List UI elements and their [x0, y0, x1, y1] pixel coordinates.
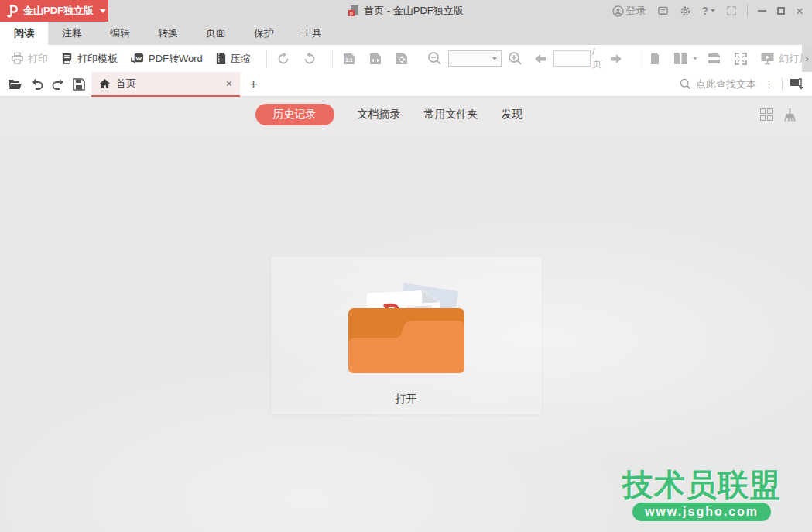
- print-button[interactable]: 打印: [11, 52, 48, 66]
- actual-size-button[interactable]: 1:1: [342, 52, 356, 66]
- folder-front: [348, 317, 464, 373]
- pdf-to-word-button[interactable]: W PDF转Word: [130, 52, 203, 66]
- watermark-title: 技术员联盟: [622, 469, 781, 500]
- login-person-icon: [612, 5, 624, 17]
- compress-button[interactable]: 压缩: [215, 52, 251, 66]
- tab-frequent-folders[interactable]: 常用文件夹: [424, 108, 478, 122]
- close-button[interactable]: ×: [792, 2, 807, 20]
- print-label: 打印: [28, 52, 48, 66]
- continuous-scroll-button[interactable]: [707, 53, 721, 64]
- full-screen-icon: [734, 52, 748, 66]
- svg-text:1:1: 1:1: [345, 57, 353, 63]
- print-template-icon: [60, 52, 74, 65]
- ribbon-tab-protect[interactable]: 保护: [240, 22, 288, 45]
- zoom-in-button[interactable]: [508, 51, 522, 66]
- home-main-area: 打开 技术员联盟 www.jsgho.com: [0, 132, 812, 532]
- home-tab-label: 首页: [116, 77, 221, 91]
- toolbar-divider: [266, 50, 267, 68]
- watermark: 技术员联盟 www.jsgho.com: [622, 469, 781, 521]
- minimize-button[interactable]: [754, 2, 770, 20]
- zoom-level-combobox[interactable]: [448, 50, 502, 67]
- tab-discover[interactable]: 发现: [502, 108, 523, 122]
- single-page-icon: [649, 52, 661, 65]
- fit-width-button[interactable]: [368, 52, 382, 66]
- tab-document-excerpts[interactable]: 文档摘录: [358, 108, 401, 122]
- document-icon: p: [348, 5, 359, 17]
- login-button[interactable]: 登录: [608, 2, 650, 20]
- titlebar: 金山PDF独立版 p 首页 - 金山PDF独立版: [0, 0, 812, 22]
- rotate-left-button[interactable]: [276, 52, 290, 66]
- app-menu-button[interactable]: 金山PDF独立版: [0, 0, 108, 22]
- ribbon-tab-read[interactable]: 阅读: [0, 22, 48, 45]
- titlebar-divider: [747, 5, 748, 17]
- undo-button[interactable]: [31, 78, 43, 90]
- close-tab-icon[interactable]: ×: [226, 77, 232, 90]
- clear-history-broom-icon[interactable]: [783, 108, 797, 122]
- page-number-input[interactable]: [553, 50, 591, 67]
- full-screen-button[interactable]: [734, 52, 748, 66]
- printer-icon: [11, 52, 24, 65]
- facing-pages-button[interactable]: [673, 52, 697, 65]
- compress-label: 压缩: [231, 52, 251, 66]
- view-mode-button[interactable]: [789, 78, 804, 90]
- tabbar-right-controls: 点此查找文本 ⋮: [680, 77, 812, 91]
- feedback-button[interactable]: [653, 2, 673, 20]
- maximize-button[interactable]: [773, 2, 789, 20]
- app-logo-icon: [6, 4, 19, 18]
- settings-button[interactable]: [676, 2, 695, 20]
- fullscreen-button[interactable]: [722, 2, 741, 20]
- chevron-down-icon: [100, 9, 106, 13]
- prev-page-button[interactable]: [533, 53, 547, 65]
- next-page-icon: [609, 53, 623, 65]
- quick-access-icons: [0, 78, 91, 91]
- document-tab-bar: 首页 × + 点此查找文本 ⋮: [0, 72, 812, 97]
- titlebar-controls: 登录: [608, 0, 808, 22]
- save-button[interactable]: [73, 78, 85, 91]
- continuous-scroll-icon: [707, 53, 721, 64]
- prev-page-icon: [533, 53, 547, 65]
- svg-text:W: W: [136, 55, 142, 62]
- home-section-tabs: 历史记录 文档摘录 常用文件夹 发现: [255, 104, 523, 125]
- tab-history[interactable]: 历史记录: [255, 104, 334, 125]
- app-window: 金山PDF独立版 p 首页 - 金山PDF独立版: [0, 0, 812, 532]
- redo-button[interactable]: [52, 78, 64, 90]
- home-tab[interactable]: 首页 ×: [91, 72, 240, 97]
- chevron-down-icon: [492, 57, 497, 60]
- home-content-header: 历史记录 文档摘录 常用文件夹 发现: [0, 97, 812, 132]
- single-page-button[interactable]: [649, 52, 661, 65]
- open-file-button[interactable]: [8, 78, 22, 90]
- ribbon-tab-convert[interactable]: 转换: [144, 22, 192, 45]
- find-text-field[interactable]: 点此查找文本: [680, 77, 756, 91]
- new-tab-button[interactable]: +: [249, 77, 258, 91]
- toolbar-overflow-button[interactable]: ›: [802, 45, 812, 72]
- minimize-icon: [758, 10, 766, 12]
- fit-width-icon: [368, 52, 382, 66]
- chevron-right-icon: ›: [806, 53, 809, 64]
- zoom-out-button[interactable]: [427, 51, 442, 66]
- more-options-icon[interactable]: ⋮: [762, 78, 776, 90]
- ribbon-tab-annotate[interactable]: 注释: [48, 22, 96, 45]
- maximize-icon: [777, 7, 785, 15]
- feedback-bubble-icon: [657, 5, 669, 17]
- print-template-button[interactable]: 打印模板: [60, 52, 118, 66]
- search-icon: [680, 78, 691, 90]
- chevron-down-icon: [711, 9, 715, 12]
- ribbon-tab-edit[interactable]: 编辑: [96, 22, 144, 45]
- slideshow-icon: [760, 52, 775, 65]
- next-page-button[interactable]: [609, 53, 623, 65]
- open-folder-illustration[interactable]: [348, 287, 464, 373]
- fit-page-button[interactable]: [395, 52, 409, 66]
- grid-view-icon[interactable]: [760, 108, 773, 121]
- print-template-label: 打印模板: [77, 52, 118, 66]
- tabbar-divider: [782, 78, 783, 91]
- fullscreen-icon: [726, 5, 737, 16]
- rotate-right-button[interactable]: [303, 52, 317, 66]
- help-button[interactable]: ?: [698, 2, 720, 20]
- ribbon-tab-tools[interactable]: 工具: [288, 22, 336, 45]
- rotate-right-icon: [303, 52, 317, 66]
- pdf-to-word-label: PDF转Word: [149, 52, 203, 66]
- app-menu-label: 金山PDF独立版: [23, 4, 94, 18]
- window-title: 首页 - 金山PDF独立版: [364, 4, 464, 18]
- ribbon-tab-page[interactable]: 页面: [192, 22, 240, 45]
- chevron-down-icon: [693, 57, 697, 60]
